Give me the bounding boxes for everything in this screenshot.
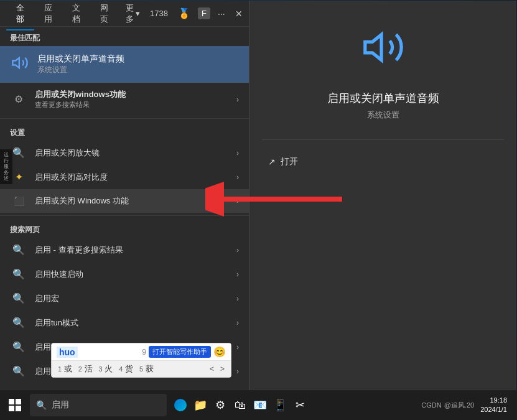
windows-feature-text: 启用或关闭windows功能 查看更多搜索结果 (35, 89, 126, 110)
ime-number: 9 (142, 348, 146, 357)
tab-apps[interactable]: 应用 (34, 0, 62, 30)
best-match-label: 最佳匹配 (0, 27, 249, 46)
taskbar-store-icon[interactable]: 🛍 (230, 395, 250, 415)
contrast-icon: ✦ (10, 171, 27, 183)
search-icon-0: 🔍 (10, 244, 27, 256)
ime-assistant-button[interactable]: 打开智能写作助手 (149, 346, 211, 358)
chevron-right-web2: › (236, 294, 239, 303)
taskbar-search-text: 启用 (52, 399, 69, 411)
web-search-title-3: 启用tun模式 (35, 317, 78, 329)
settings-contrast-title: 启用或关闭高对比度 (35, 172, 108, 183)
close-icon[interactable]: ✕ (233, 9, 245, 19)
search-icon-5: 🔍 (10, 365, 27, 377)
web-search-item-0[interactable]: 🔍 启用 - 查看更多搜索结果 › (0, 238, 249, 262)
search-icon-2: 🔍 (10, 292, 27, 304)
chevron-right-web0: › (236, 246, 239, 254)
best-match-subtitle: 系统设置 (37, 65, 124, 75)
ime-emoji-icon: 😊 (213, 346, 226, 358)
chevron-right-web4: › (236, 343, 239, 352)
taskbar-mail-icon[interactable]: 📧 (250, 395, 270, 415)
web-search-label: 搜索网页 (0, 218, 249, 238)
windows-feature-item[interactable]: ⚙ 启用或关闭windows功能 查看更多搜索结果 › (0, 83, 249, 116)
settings-magnifier[interactable]: 🔍 启用或关闭放大镜 › (0, 141, 249, 165)
ime-candidate-0[interactable]: 1 或 (55, 362, 75, 376)
taskbar-phone-icon[interactable]: 📱 (270, 395, 290, 415)
web-search-item-1[interactable]: 🔍 启用快速启动 › (0, 262, 249, 286)
svg-marker-0 (12, 57, 19, 67)
app-subtitle: 系统设置 (367, 110, 399, 121)
ime-prev-icon[interactable]: < (207, 364, 217, 374)
web-search-title-1: 启用快速启动 (35, 269, 83, 280)
medal-icon: 🏅 (175, 5, 193, 22)
user-badge[interactable]: F (198, 7, 210, 19)
search-circle-icon: ⚙ (10, 93, 27, 105)
red-arrow-indicator (205, 180, 342, 218)
start-button[interactable] (2, 393, 27, 418)
ime-popup: huo 9 打开智能写作助手 😊 1 或 2 活 3 火 4 货 (51, 343, 231, 378)
divider-1 (0, 118, 249, 119)
app-title: 启用或关闭单声道音频 (327, 91, 439, 106)
taskbar-search-box[interactable]: 🔍 启用 (30, 394, 167, 416)
settings-section-label: 设置 (0, 121, 249, 141)
web-search-title-2: 启用宏 (35, 293, 59, 304)
ime-right-controls: 9 打开智能写作助手 😊 (142, 346, 226, 358)
side-bar: 运行服务述 (0, 149, 12, 184)
score-badge: 1738 (147, 6, 170, 21)
ime-pinyin: huo (57, 347, 78, 358)
taskbar-search-icon: 🔍 (36, 400, 47, 410)
taskbar-clip-icon[interactable]: ✂ (290, 395, 310, 415)
tabs-right-controls: 1738 🏅 F ··· ✕ (147, 5, 245, 22)
taskbar-right-area: CGDN @追风.20 19:18 2024/1/1 (421, 396, 515, 415)
magnifier-icon: 🔍 (10, 147, 27, 159)
taskbar-clock[interactable]: 19:18 2024/1/1 (477, 396, 511, 415)
chevron-right-web5: › (236, 367, 239, 376)
settings-magnifier-title: 启用或关闭放大镜 (35, 147, 100, 159)
ime-candidates-row: 1 或 2 活 3 火 4 货 5 获 < > (52, 361, 231, 377)
winfeature-icon: ⬛ (10, 196, 27, 206)
chevron-right-web3: › (236, 319, 239, 327)
tab-web[interactable]: 网页 (90, 0, 118, 30)
ime-candidate-4[interactable]: 5 获 (137, 362, 156, 376)
ime-candidate-1[interactable]: 2 活 (76, 362, 95, 376)
taskbar-edge-icon[interactable] (170, 395, 190, 415)
search-icon-4: 🔍 (10, 341, 27, 353)
taskbar: 🔍 启用 📁 ⚙ 🛍 📧 📱 ✂ CGDN @追风.20 (0, 390, 517, 420)
side-text: 运行服务述 (1, 152, 11, 182)
speaker-icon (10, 54, 30, 75)
desktop: 全部 应用 文档 网页 更多 ▾ 1738 🏅 F (0, 0, 517, 420)
taskbar-settings-icon[interactable]: ⚙ (210, 395, 230, 415)
tab-more[interactable]: 更多 ▾ (118, 0, 147, 30)
open-icon: ↗ (268, 157, 276, 167)
tab-docs[interactable]: 文档 (62, 0, 90, 30)
taskbar-explorer-icon[interactable]: 📁 (190, 395, 210, 415)
windows-logo (9, 399, 21, 411)
web-search-title-0: 启用 - 查看更多搜索结果 (35, 245, 123, 256)
ime-candidate-3[interactable]: 4 货 (116, 362, 136, 376)
tab-all[interactable]: 全部 (6, 0, 34, 30)
taskbar-notification-text: @追风.20 (444, 401, 474, 410)
web-search-item-2[interactable]: 🔍 启用宏 › (0, 286, 249, 310)
windows-feature-title: 启用或关闭windows功能 (35, 89, 126, 100)
ime-input-row: huo 9 打开智能写作助手 😊 (52, 343, 231, 361)
web-search-item-3[interactable]: 🔍 启用tun模式 › (0, 310, 249, 335)
settings-winfeature-title: 启用或关闭 Windows 功能 (35, 195, 129, 207)
chevron-right-icon2: › (236, 149, 239, 157)
best-match-item[interactable]: 启用或关闭单声道音频 系统设置 (0, 46, 249, 83)
open-button[interactable]: ↗ 打开 (262, 152, 504, 171)
menu-dots[interactable]: ··· (215, 9, 228, 19)
search-icon-1: 🔍 (10, 268, 27, 280)
taskbar-cdn-text: CGDN (421, 401, 441, 409)
chevron-right-icon: › (236, 95, 239, 104)
app-icon-large (361, 26, 405, 78)
ime-candidate-2[interactable]: 3 火 (96, 362, 116, 376)
best-match-text: 启用或关闭单声道音频 系统设置 (37, 54, 124, 75)
best-match-title: 启用或关闭单声道音频 (37, 54, 124, 65)
chevron-down-icon: ▾ (136, 9, 140, 18)
svg-marker-1 (365, 35, 381, 60)
ime-nav: < > (207, 364, 227, 374)
divider-right (262, 139, 504, 140)
chevron-right-web1: › (236, 270, 239, 279)
tabs-bar: 全部 应用 文档 网页 更多 ▾ 1738 🏅 F (0, 1, 249, 27)
windows-feature-subtitle: 查看更多搜索结果 (35, 100, 126, 110)
ime-next-icon[interactable]: > (218, 364, 227, 374)
